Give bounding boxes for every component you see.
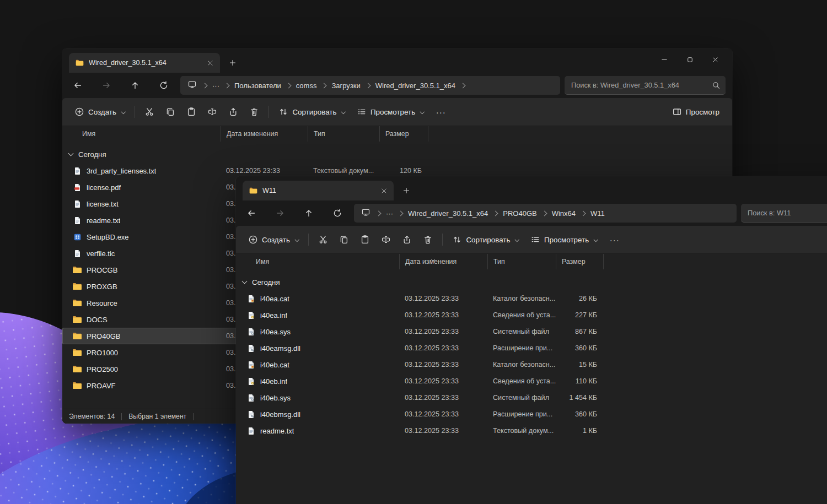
command-bar: Создать Сортировать Просмотр [62,98,732,126]
tab-close-icon[interactable] [380,187,388,195]
chevron-down-icon [341,110,346,114]
up-button[interactable] [123,76,147,95]
column-header-date[interactable]: Дата изменения [221,126,308,142]
file-name-cell: PROCGB [62,266,221,274]
new-tab-button[interactable] [224,55,241,71]
more-label: ··· [436,107,446,117]
breadcrumb-item[interactable]: Загрузки [329,80,362,91]
paste-button[interactable] [355,230,375,250]
breadcrumb-item[interactable]: Пользователи [232,80,283,91]
tab-title: W11 [262,187,375,194]
file-date: 03.12.2025 23:33 [399,311,487,319]
column-header-type[interactable]: Тип [487,254,556,269]
toolbar-divider [308,234,309,246]
back-button[interactable] [66,76,90,95]
breadcrumb-item[interactable]: comss [294,80,319,91]
doc-icon [72,200,82,208]
file-row[interactable]: i40ebmsg.dll03.12.2025 23:33Расширение п… [236,406,827,422]
tab-wired-driver[interactable]: Wired_driver_30.5.1_x64 [69,53,220,73]
delete-button[interactable] [244,102,265,122]
preview-button[interactable]: Просмотр [667,102,726,122]
file-row[interactable]: i40ea.sys03.12.2025 23:33Системный файл8… [236,323,827,340]
file-row[interactable]: i40ea.inf03.12.2025 23:33Сведения об уст… [236,307,827,323]
file-name: PROXGB [87,283,117,291]
chevron-down-icon [594,237,598,242]
sort-label: Сортировать [292,108,336,116]
preview-label: Просмотр [686,108,719,116]
file-type: Системный файл [487,328,556,335]
new-tab-button[interactable] [398,182,415,199]
more-options-button[interactable]: ··· [430,102,452,122]
file-size: 1 454 КБ [556,394,604,402]
file-name-cell: i40ebmsg.dll [236,410,399,419]
file-row[interactable]: i40ea.cat03.12.2025 23:33Каталог безопас… [236,290,827,307]
file-row[interactable]: i40eb.inf03.12.2025 23:33Сведения об уст… [236,373,827,389]
file-type: Системный файл [487,394,556,402]
column-header-type[interactable]: Тип [308,126,379,142]
up-button[interactable] [297,204,321,223]
file-row[interactable]: i40eamsg.dll03.12.2025 23:33Расширение п… [236,340,827,356]
breadcrumb-item[interactable]: Wired_driver_30.5.1_x64 [373,80,458,91]
column-header-size[interactable]: Размер [379,126,428,142]
breadcrumb-item[interactable]: W11 [588,208,607,219]
minimize-button[interactable] [652,48,677,71]
forward-button[interactable] [94,76,119,95]
view-button[interactable]: Просмотреть [525,230,604,250]
file-row[interactable]: i40eb.cat03.12.2025 23:33Каталог безопас… [236,356,827,373]
share-button[interactable] [223,102,244,122]
maximize-button[interactable] [677,48,702,71]
breadcrumb-item[interactable]: PRO40GB [501,208,539,219]
sort-button[interactable]: Сортировать [273,102,351,122]
search-input[interactable]: Поиск в: Wired_driver_30.5.1_x64 [565,76,726,95]
tab-close-icon[interactable] [206,59,214,67]
breadcrumb-item[interactable]: ··· [384,208,395,219]
sort-button[interactable]: Сортировать [447,230,525,250]
this-pc-icon[interactable] [358,208,373,219]
file-size: 15 КБ [556,361,604,368]
forward-button[interactable] [268,204,292,223]
group-header-today[interactable]: Сегодня [62,146,732,162]
chevron-down-icon [295,237,299,242]
file-row[interactable]: readme.txt03.12.2025 23:33Текстовый доку… [236,422,827,439]
back-button[interactable] [239,204,264,223]
breadcrumb-item[interactable]: Wired_driver_30.5.1_x64 [406,208,490,219]
share-button[interactable] [396,230,417,250]
cut-button[interactable] [313,230,334,250]
file-name-cell: readme.txt [236,427,399,435]
create-button[interactable]: Создать [243,230,304,250]
delete-button[interactable] [417,230,438,250]
file-name: PRO1000 [87,349,118,357]
file-name-cell: i40ea.cat [236,295,399,303]
file-type: Каталог безопасн... [487,295,556,302]
cut-button[interactable] [139,102,160,122]
column-header-size[interactable]: Размер [556,254,604,269]
column-header-date[interactable]: Дата изменения [399,254,487,269]
refresh-button[interactable] [325,204,350,223]
rename-button[interactable] [375,230,396,250]
copy-button[interactable] [334,230,355,250]
toolbar-divider [268,106,269,118]
more-options-button[interactable]: ··· [604,230,626,250]
rename-button[interactable] [202,102,223,122]
create-button[interactable]: Создать [69,102,131,122]
view-button[interactable]: Просмотреть [351,102,430,122]
breadcrumb-item[interactable]: ··· [210,80,222,91]
search-input[interactable]: Поиск в: W11 [741,204,827,223]
refresh-button[interactable] [152,76,176,95]
copy-button[interactable] [160,102,181,122]
breadcrumb-item[interactable]: Winx64 [550,208,578,219]
cat-icon [246,361,256,369]
column-header-name[interactable]: Имя [236,254,399,269]
file-type: Каталог безопасн... [487,361,556,368]
toolbar-divider [135,106,135,118]
file-row[interactable]: i40eb.sys03.12.2025 23:33Системный файл1… [236,389,827,406]
navigation-bar: ···Wired_driver_30.5.1_x64PRO40GBWinx64W… [236,200,827,226]
paste-button[interactable] [181,102,202,122]
tab-w11[interactable]: W11 [243,181,394,200]
group-header-today[interactable]: Сегодня [236,274,827,290]
folder-icon [72,349,82,356]
close-button[interactable] [702,48,728,71]
column-header-name[interactable]: Имя [62,126,221,142]
pdf-icon [72,183,82,192]
this-pc-icon[interactable] [185,80,200,91]
